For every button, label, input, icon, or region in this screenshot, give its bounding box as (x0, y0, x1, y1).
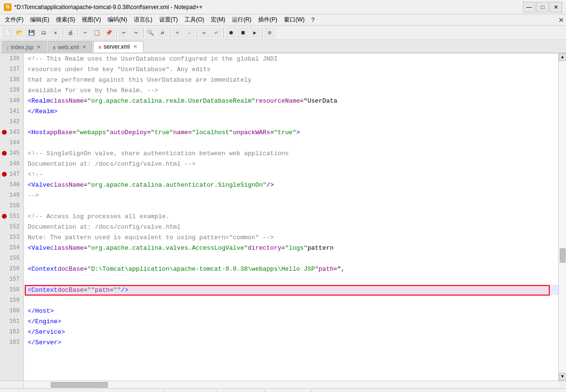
code-line-158[interactable]: <Context docBase="" path="" /> (24, 285, 558, 295)
toolbar-sep-2 (77, 28, 78, 38)
line-number-148: 148 (0, 180, 23, 190)
tab-server-xml[interactable]: x server.xml ✕ (93, 41, 143, 53)
menu-window[interactable]: 窗口(W) (281, 15, 307, 25)
code-line-163[interactable]: </Server> (24, 337, 558, 348)
scroll-down-button[interactable]: ▼ (559, 373, 566, 381)
scroll-up-button[interactable]: ▲ (559, 53, 566, 61)
code-line-149[interactable]: --> (24, 190, 558, 201)
word-wrap-button[interactable]: ⏎ (210, 27, 222, 39)
code-line-155[interactable] (24, 253, 558, 264)
menu-run[interactable]: 运行(R) (229, 15, 254, 25)
vertical-scrollbar[interactable]: ▲ ▼ (558, 53, 566, 381)
scroll-thumb-h[interactable] (51, 382, 108, 388)
scroll-thumb-v[interactable] (560, 248, 566, 263)
line-number-142: 142 (0, 117, 23, 127)
line-number-161: 161 (0, 316, 23, 327)
close-button-tb[interactable]: ✕ (50, 27, 61, 39)
scroll-track-v[interactable] (559, 61, 566, 373)
open-button[interactable]: 📂 (14, 27, 25, 39)
code-line-138[interactable]: that are performed against this UserData… (24, 74, 558, 85)
line-number-136: 136 (0, 53, 23, 64)
tab-label-web-xml: web.xml (58, 44, 79, 51)
code-line-142[interactable] (24, 117, 558, 127)
cut-button[interactable]: ✂ (79, 27, 91, 39)
find-button[interactable]: 🔍 (145, 27, 156, 39)
xml-icon-server: x (98, 44, 101, 50)
tab-close-index-jsp[interactable]: ✕ (36, 44, 42, 50)
save-all-button[interactable]: 🗂 (38, 27, 49, 39)
code-line-143[interactable]: <Host appBase="webapps" autoDeploy="true… (24, 127, 558, 138)
menu-search[interactable]: 搜索(S) (53, 15, 78, 25)
menu-encoding[interactable]: 编码(N) (105, 15, 130, 25)
replace-button[interactable]: ⇄ (157, 27, 168, 39)
line-number-143: 143 (0, 127, 23, 138)
toolbar-sep-1 (63, 28, 63, 38)
language-select[interactable]: ⚙ (264, 27, 275, 39)
save-button[interactable]: 💾 (26, 27, 37, 39)
tab-web-xml[interactable]: x web.xml ✕ (48, 41, 93, 53)
code-line-161[interactable]: </Engine> (24, 316, 558, 327)
macro-play-button[interactable]: ▶ (249, 27, 261, 39)
code-line-159[interactable] (24, 295, 558, 306)
code-line-148[interactable]: <Valve className="org.apache.catalina.au… (24, 180, 558, 190)
code-line-137[interactable]: resources under the key "UserDatabase". … (24, 64, 558, 74)
tab-close-server-xml[interactable]: ✕ (132, 43, 138, 50)
code-line-136[interactable]: <!-- This Realm uses the UserDatabase co… (24, 53, 558, 64)
code-line-144[interactable] (24, 138, 558, 148)
maximize-button[interactable]: □ (536, 2, 549, 12)
macro-record-button[interactable]: ⏺ (225, 27, 237, 39)
menu-edit[interactable]: 编辑(E) (27, 15, 52, 25)
copy-button[interactable]: 📋 (91, 27, 103, 39)
code-line-139[interactable]: available for use by the Realm. --> (24, 85, 558, 95)
h-scroll-corner-left (0, 381, 24, 388)
code-line-154[interactable]: <Valve className="org.apache.catalina.va… (24, 243, 558, 253)
code-line-146[interactable]: Documentation at: /docs/config/valve.htm… (24, 159, 558, 169)
code-line-152[interactable]: Documentation at: /docs/config/valve.htm… (24, 222, 558, 232)
menu-macro[interactable]: 宏(M) (208, 15, 228, 25)
menu-settings[interactable]: 设置(T) (156, 15, 181, 25)
status-sep-3 (216, 391, 217, 392)
zoom-in-button[interactable]: + (172, 27, 183, 39)
menu-file[interactable]: 文件(F) (2, 15, 26, 25)
horizontal-scrollbar[interactable] (24, 381, 558, 388)
print-button[interactable]: 🖨 (65, 27, 76, 39)
code-line-145[interactable]: <!-- SingleSignOn valve, share authentic… (24, 148, 558, 159)
close-x[interactable]: ✕ (558, 16, 564, 24)
code-area[interactable]: <!-- This Realm uses the UserDatabase co… (24, 53, 558, 381)
status-sep-5 (311, 391, 312, 392)
menu-tools[interactable]: 工具(O) (182, 15, 207, 25)
minimize-button[interactable]: — (523, 2, 535, 12)
zoom-out-button[interactable]: - (184, 27, 195, 39)
code-line-156[interactable]: <Context docBase="D:\Tomcat\application\… (24, 264, 558, 274)
new-button[interactable]: 📄 (2, 27, 13, 39)
code-line-147[interactable]: <!-- (24, 169, 558, 180)
code-line-150[interactable] (24, 201, 558, 211)
code-line-157[interactable] (24, 274, 558, 285)
code-line-141[interactable]: </Realm> (24, 106, 558, 117)
menu-plugins[interactable]: 插件(P) (255, 15, 280, 25)
undo-button[interactable]: ↩ (118, 27, 130, 39)
code-line-140[interactable]: <Realm className="org.apache.catalina.re… (24, 95, 558, 106)
tabs-bar: j index.jsp ✕ x web.xml ✕ x server.xml ✕ (0, 40, 566, 53)
sync-scroll-button[interactable]: ⇔ (198, 27, 210, 39)
toolbar-sep-4 (143, 28, 143, 38)
code-line-151[interactable]: <!-- Access log processes all example. (24, 211, 558, 222)
close-button[interactable]: ✕ (550, 2, 562, 12)
window-title: *D:\Tomcat\application\apache-tomcat-9.0… (14, 4, 203, 11)
paste-button[interactable]: 📌 (103, 27, 115, 39)
menu-help[interactable]: ? (308, 16, 317, 24)
macro-stop-button[interactable]: ⏹ (237, 27, 249, 39)
redo-button[interactable]: ↪ (130, 27, 142, 39)
tab-index-jsp[interactable]: j index.jsp ✕ (2, 41, 47, 53)
status-sep-1 (101, 391, 101, 392)
menu-language[interactable]: 语言(L) (131, 15, 155, 25)
line-number-162: 162 (0, 327, 23, 337)
jsp-icon: j (7, 44, 8, 50)
code-line-153[interactable]: Note: The pattern used is equivalent to … (24, 232, 558, 243)
toolbar-sep-7 (223, 28, 224, 38)
code-line-162[interactable]: </Service> (24, 327, 558, 337)
menu-view[interactable]: 视图(V) (79, 15, 104, 25)
code-line-160[interactable]: </Host> (24, 306, 558, 316)
tab-close-web-xml[interactable]: ✕ (81, 44, 87, 50)
status-sep-4 (264, 391, 265, 392)
